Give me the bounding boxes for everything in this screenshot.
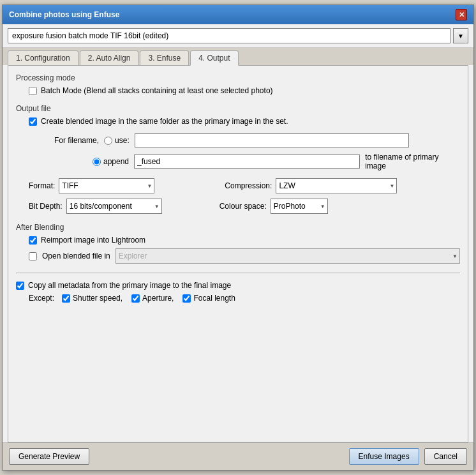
bitdepth-colourspace-row: Bit Depth: 16 bits/component 8 bits/comp… (29, 199, 460, 214)
focal-length-label: Focal length (193, 294, 235, 303)
colour-space-label: Colour space: (219, 202, 267, 211)
output-file-section: Output file Create blended image in the … (16, 104, 460, 214)
format-compression-row: Format: TIFF JPEG PNG Compression: LZW (29, 178, 460, 193)
create-blended-label: Create blended image in the same folder … (41, 117, 288, 126)
titlebar: Combine photos using Enfuse ✕ (3, 5, 473, 24)
window-title: Combine photos using Enfuse (9, 10, 119, 19)
preset-dropdown[interactable]: exposure fusion batch mode TIF 16bit (ed… (8, 28, 450, 43)
create-blended-checkbox[interactable] (29, 117, 37, 126)
bitdepth-select[interactable]: 16 bits/component 8 bits/component (66, 199, 162, 214)
tab-configuration[interactable]: 1. Configuration (8, 50, 78, 65)
preset-toolbar: exposure fusion batch mode TIF 16bit (ed… (3, 24, 473, 48)
bit-depth-label: Bit Depth: (29, 202, 63, 211)
for-filename-row: For filename, use: (54, 133, 460, 147)
append-row: append to filename of primary image (93, 153, 460, 170)
output-file-label: Output file (16, 104, 460, 113)
batch-mode-checkbox[interactable] (29, 87, 37, 95)
append-text-input[interactable] (134, 155, 360, 169)
open-blended-select-wrapper: Explorer (115, 248, 460, 264)
main-window: Combine photos using Enfuse ✕ exposure f… (2, 4, 474, 471)
aperture-label: Aperture, (142, 294, 174, 303)
shutter-speed-item: Shutter speed, (62, 294, 123, 303)
aperture-checkbox[interactable] (131, 294, 140, 303)
colourspace-select[interactable]: ProPhoto sRGB AdobeRGB (271, 199, 328, 214)
shutter-speed-label: Shutter speed, (73, 294, 123, 303)
format-select[interactable]: TIFF JPEG PNG (59, 178, 154, 193)
after-blending-label: After Blending (16, 223, 460, 232)
colourspace-group: Colour space: ProPhoto sRGB AdobeRGB (219, 199, 328, 214)
tab-enfuse[interactable]: 3. Enfuse (140, 50, 189, 65)
colourspace-select-wrapper: ProPhoto sRGB AdobeRGB (271, 199, 328, 214)
footer-right: Enfuse Images Cancel (349, 448, 467, 465)
metadata-section: Copy all metadata from the primary image… (16, 281, 460, 303)
divider (16, 273, 460, 273)
bitdepth-group: Bit Depth: 16 bits/component 8 bits/comp… (29, 199, 162, 214)
compression-label: Compression: (225, 181, 272, 190)
tab-autoalign[interactable]: 2. Auto Align (80, 50, 139, 65)
use-text-input[interactable] (135, 133, 409, 147)
tab-output[interactable]: 4. Output (190, 50, 238, 66)
processing-mode-label: Processing mode (16, 73, 460, 82)
except-label: Except: (29, 294, 54, 303)
use-radio[interactable] (104, 137, 112, 145)
enfuse-images-button[interactable]: Enfuse Images (349, 448, 419, 465)
copy-metadata-label: Copy all metadata from the primary image… (28, 281, 231, 290)
aperture-item: Aperture, (131, 294, 174, 303)
use-radio-label: use: (104, 136, 130, 145)
compression-group: Compression: LZW None ZIP (225, 178, 397, 193)
for-filename-label: For filename, (54, 136, 99, 145)
compression-select[interactable]: LZW None ZIP (276, 178, 397, 193)
except-row: Except: Shutter speed, Aperture, Focal l… (29, 294, 460, 303)
close-button[interactable]: ✕ (456, 9, 467, 20)
open-blended-checkbox[interactable] (29, 252, 37, 260)
content-area: Processing mode Batch Mode (Blend all st… (8, 65, 468, 442)
append-radio[interactable] (93, 158, 101, 166)
preset-dropdown-arrow[interactable]: ▼ (453, 28, 468, 43)
create-blended-row: Create blended image in the same folder … (29, 117, 460, 126)
shutter-speed-checkbox[interactable] (62, 294, 70, 303)
open-blended-select[interactable]: Explorer (115, 248, 460, 264)
reimport-row: Reimport image into Lightroom (29, 236, 460, 245)
focal-length-checkbox[interactable] (182, 294, 191, 303)
copy-metadata-checkbox[interactable] (16, 282, 24, 290)
footer: Generate Preview Enfuse Images Cancel (3, 442, 473, 470)
batch-mode-row: Batch Mode (Blend all stacks containing … (29, 86, 460, 95)
focal-length-item: Focal length (182, 294, 235, 303)
generate-preview-button[interactable]: Generate Preview (9, 448, 89, 465)
compression-select-wrapper: LZW None ZIP (276, 178, 397, 193)
to-filename-label: to filename of primary image (365, 153, 460, 170)
tabs-row: 1. Configuration 2. Auto Align 3. Enfuse… (3, 48, 473, 65)
format-label: Format: (29, 181, 55, 190)
append-radio-label: append (93, 157, 129, 166)
bitdepth-select-wrapper: 16 bits/component 8 bits/component (66, 199, 162, 214)
open-blended-label: Open blended file in (42, 252, 110, 260)
copy-metadata-row: Copy all metadata from the primary image… (16, 281, 460, 290)
after-blending-section: After Blending Reimport image into Light… (16, 223, 460, 264)
reimport-checkbox[interactable] (29, 236, 37, 245)
format-group: Format: TIFF JPEG PNG (29, 178, 154, 193)
reimport-label: Reimport image into Lightroom (41, 236, 145, 245)
format-select-wrapper: TIFF JPEG PNG (59, 178, 154, 193)
batch-mode-label: Batch Mode (Blend all stacks containing … (41, 86, 273, 95)
cancel-button[interactable]: Cancel (424, 448, 467, 465)
open-blended-row: Open blended file in Explorer (29, 248, 460, 264)
processing-mode-section: Processing mode Batch Mode (Blend all st… (16, 73, 460, 95)
